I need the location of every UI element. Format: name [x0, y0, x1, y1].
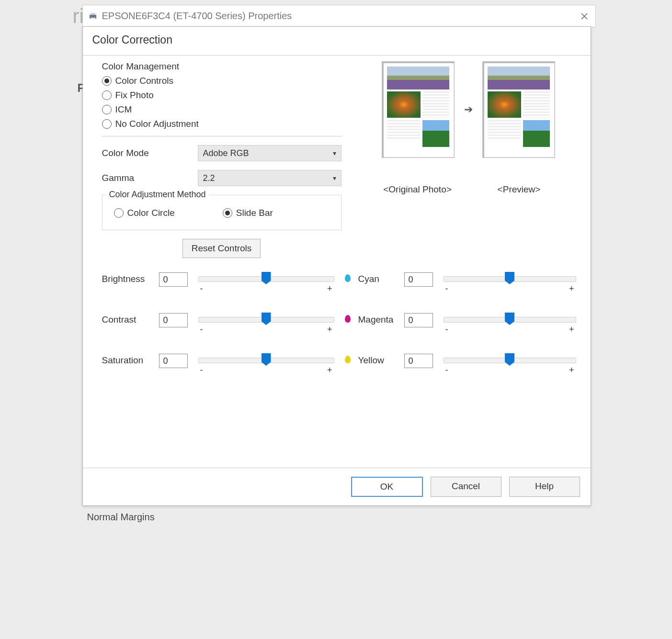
dialog-button-bar: OK Cancel Help	[83, 468, 591, 505]
gamma-label: Gamma	[102, 173, 198, 183]
select-value: Adobe RGB	[203, 148, 249, 158]
radio-label: Color Circle	[127, 208, 175, 218]
slider-thumb[interactable]	[505, 353, 514, 366]
saturation-slider-row: Saturation 0 -+	[102, 354, 334, 375]
slider-label: Yellow	[358, 354, 398, 366]
color-mode-select[interactable]: Adobe RGB ▾	[198, 145, 342, 161]
plus-label: +	[569, 284, 574, 294]
yellow-drop-icon	[344, 356, 352, 363]
original-caption: <Original Photo>	[382, 184, 454, 195]
svg-point-3	[95, 15, 96, 16]
plus-label: +	[569, 325, 574, 335]
minus-label: -	[445, 325, 448, 335]
dialog-title: Color Correction	[83, 27, 591, 56]
color-adjustment-method-group: Color Adjustment Method Color Circle Sli…	[102, 195, 342, 230]
minus-label: -	[445, 365, 448, 375]
select-value: 2.2	[203, 173, 215, 183]
minus-label: -	[200, 365, 203, 375]
slider-thumb[interactable]	[505, 272, 514, 284]
svg-rect-2	[91, 18, 95, 20]
radio-icon	[102, 76, 112, 86]
radio-no-color-adjustment[interactable]: No Color Adjustment	[102, 119, 342, 129]
color-mode-label: Color Mode	[102, 148, 198, 158]
radio-icon	[114, 208, 124, 218]
slider-thumb[interactable]	[262, 272, 271, 284]
chevron-down-icon: ▾	[333, 149, 336, 157]
plus-label: +	[327, 284, 332, 294]
radio-icon	[223, 208, 232, 218]
radio-icm[interactable]: ICM	[102, 104, 342, 115]
original-photo-preview	[382, 61, 455, 158]
help-button[interactable]: Help	[509, 477, 580, 497]
ok-button[interactable]: OK	[351, 477, 423, 497]
slider-label: Saturation	[102, 354, 152, 366]
magenta-slider-row: Magenta 0 -+	[344, 313, 576, 335]
contrast-slider-row: Contrast 0 -+	[102, 313, 334, 335]
brightness-value-input[interactable]: 0	[159, 272, 188, 287]
magenta-drop-icon	[344, 315, 352, 323]
color-management-label: Color Management	[102, 61, 342, 72]
saturation-value-input[interactable]: 0	[159, 354, 188, 368]
reset-controls-button[interactable]: Reset Controls	[182, 239, 261, 258]
color-correction-dialog: Color Correction Color Management Color …	[82, 26, 591, 506]
close-icon[interactable]	[574, 5, 595, 27]
saturation-slider[interactable]	[198, 358, 334, 363]
minus-label: -	[200, 284, 203, 294]
radio-icon	[102, 105, 112, 114]
radio-label: No Color Adjustment	[115, 119, 199, 129]
slider-thumb[interactable]	[262, 313, 271, 325]
yellow-value-input[interactable]: 0	[404, 354, 433, 368]
preview-caption: <Preview>	[483, 184, 555, 195]
properties-window-titlebar: EPSONE6F3C4 (ET-4700 Series) Properties	[82, 5, 596, 27]
divider	[102, 136, 342, 136]
radio-label: ICM	[115, 104, 132, 115]
plus-label: +	[569, 365, 574, 375]
slider-label: Cyan	[358, 272, 398, 284]
printer-icon	[88, 11, 98, 22]
chevron-down-icon: ▾	[333, 174, 336, 182]
fieldset-legend: Color Adjustment Method	[106, 190, 209, 200]
radio-fix-photo[interactable]: Fix Photo	[102, 90, 342, 101]
plus-label: +	[327, 325, 332, 335]
radio-slide-bar[interactable]: Slide Bar	[223, 208, 273, 218]
minus-label: -	[445, 284, 448, 294]
plus-label: +	[327, 365, 332, 375]
slider-thumb[interactable]	[262, 353, 271, 366]
brightness-slider-row: Brightness 0 -+	[102, 272, 334, 294]
gamma-select[interactable]: 2.2 ▾	[198, 170, 342, 186]
brightness-slider[interactable]	[198, 276, 334, 282]
cyan-drop-icon	[344, 274, 352, 282]
radio-label: Color Controls	[115, 76, 173, 86]
yellow-slider-row: Yellow 0 -+	[344, 354, 576, 375]
contrast-value-input[interactable]: 0	[159, 313, 188, 327]
arrow-right-icon: ➔	[464, 103, 473, 116]
preview-output	[482, 61, 555, 158]
background-label: Normal Margins	[87, 512, 155, 523]
slider-label: Brightness	[102, 272, 152, 284]
contrast-slider[interactable]	[198, 317, 334, 323]
slider-label: Contrast	[102, 313, 152, 325]
radio-label: Fix Photo	[115, 90, 154, 101]
cancel-button[interactable]: Cancel	[431, 477, 501, 497]
radio-color-circle[interactable]: Color Circle	[114, 208, 175, 218]
cyan-value-input[interactable]: 0	[404, 272, 433, 287]
minus-label: -	[200, 325, 203, 335]
radio-icon	[102, 119, 112, 129]
magenta-value-input[interactable]: 0	[404, 313, 433, 327]
svg-rect-1	[91, 13, 95, 15]
slider-label: Magenta	[358, 313, 398, 325]
radio-label: Slide Bar	[236, 208, 273, 218]
magenta-slider[interactable]	[444, 317, 576, 323]
radio-color-controls[interactable]: Color Controls	[102, 76, 342, 86]
yellow-slider[interactable]	[444, 358, 576, 363]
radio-icon	[102, 90, 112, 100]
cyan-slider-row: Cyan 0 -+	[344, 272, 576, 294]
cyan-slider[interactable]	[444, 276, 576, 282]
window-title: EPSONE6F3C4 (ET-4700 Series) Properties	[102, 11, 574, 22]
slider-thumb[interactable]	[505, 313, 514, 325]
